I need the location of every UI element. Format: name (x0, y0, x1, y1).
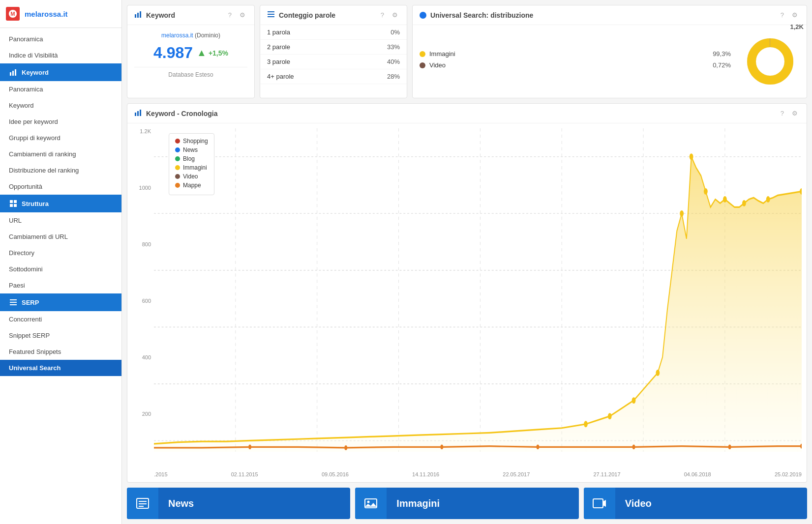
chart-title: Keyword - Cronologia (146, 110, 775, 117)
immagini-dot (420, 51, 425, 57)
image-icon-box (355, 488, 387, 519)
svg-point-61 (367, 501, 370, 503)
sidebar: M melarossa.it Panoramica Indice di Visi… (0, 0, 122, 524)
us-help-btn[interactable]: ? (779, 10, 786, 20)
legend-item-mappe: Mappe (175, 182, 208, 189)
sidebar-item-directory[interactable]: Directory (0, 245, 121, 261)
legend-item-video: Video (175, 173, 208, 180)
svg-point-52 (537, 444, 540, 449)
bottom-card-video[interactable]: Video (584, 488, 807, 519)
chart-body: 1.2K 1000 800 600 400 200 (127, 123, 807, 482)
sidebar-item-featured[interactable]: Featured Snippets (0, 344, 121, 360)
keyword-card-header: Keyword ? ⚙ (127, 5, 254, 25)
wordcount-card: Conteggio parole ? ⚙ 1 parola0% 2 parole… (260, 5, 407, 98)
bottom-card-news[interactable]: News (127, 488, 350, 519)
svg-point-47 (766, 196, 770, 203)
chart-section: Keyword - Cronologia ? ⚙ 1.2K 1000 800 6… (127, 103, 807, 483)
list-icon (267, 10, 275, 20)
shopping-dot (175, 139, 180, 144)
chart-area: 1.2K 1000 800 600 400 200 (132, 128, 802, 477)
svg-point-21 (756, 48, 784, 75)
chart-card: Keyword - Cronologia ? ⚙ 1.2K 1000 800 6… (127, 103, 807, 483)
wc-help-btn[interactable]: ? (379, 10, 386, 20)
svg-rect-13 (137, 13, 139, 18)
keyword-trend: ▲ +1,5% (197, 47, 228, 58)
us-legend: Immagini 99,3% Video 0,72% (420, 50, 731, 73)
svg-point-40 (632, 397, 636, 404)
svg-rect-12 (135, 14, 136, 18)
keyword-help-btn[interactable]: ? (226, 10, 234, 20)
donut-label: 1,2K (790, 23, 804, 30)
sidebar-item-snippet[interactable]: Snippet SERP (0, 327, 121, 344)
sidebar-item-panoramica-top[interactable]: Panoramica (0, 31, 121, 47)
trend-pct: +1,5% (209, 49, 228, 57)
svg-point-43 (690, 153, 693, 160)
wordcount-header: Conteggio parole ? ⚙ (260, 5, 407, 25)
us-legend-item-immagini: Immagini 99,3% (420, 50, 731, 58)
sidebar-item-cambiamenti[interactable]: Cambiamenti di ranking (0, 146, 121, 162)
sidebar-item-keyword[interactable]: Keyword (0, 97, 121, 114)
universal-dot (420, 12, 426, 19)
sidebar-item-universal[interactable]: Universal Search (0, 360, 121, 376)
chart-x-axis: .2015 02.11.2015 09.05.2016 14.11.2016 2… (154, 469, 802, 477)
video-icon-box (584, 488, 615, 519)
menu-icon (9, 298, 18, 307)
us-legend-item-video: Video 0,72% (420, 61, 731, 69)
app-logo: M (6, 7, 20, 21)
bottom-card-immagini[interactable]: Immagini (355, 488, 578, 519)
svg-rect-23 (137, 111, 139, 116)
svg-point-45 (723, 196, 727, 203)
svg-rect-16 (268, 14, 274, 15)
sidebar-domain[interactable]: melarossa.it (25, 10, 68, 18)
keyword-settings-btn[interactable]: ⚙ (238, 10, 247, 20)
chart-header: Keyword - Cronologia ? ⚙ (127, 104, 807, 123)
sidebar-item-opportunita[interactable]: Opportunità (0, 178, 121, 195)
svg-point-46 (742, 200, 746, 206)
keyword-card-body: melarossa.it (Dominio) 4.987 ▲ +1,5% Dat… (127, 25, 254, 85)
donut-chart: 1,2K (741, 32, 800, 91)
svg-rect-4 (15, 69, 16, 76)
sidebar-nav: Panoramica Indice di Visibilità Keyword … (0, 28, 121, 524)
table-row: 4+ parole28% (260, 69, 407, 84)
svg-rect-6 (14, 200, 17, 203)
sidebar-item-sottodomini[interactable]: Sottodomini (0, 261, 121, 277)
db-label: Database Esteso (134, 67, 247, 78)
sidebar-section-struttura[interactable]: Struttura (0, 195, 121, 212)
table-row: 3 parole40% (260, 55, 407, 69)
wc-settings-btn[interactable]: ⚙ (390, 10, 400, 20)
sidebar-section-keyword[interactable]: Keyword (0, 63, 121, 81)
trend-up-icon: ▲ (197, 47, 207, 58)
svg-point-51 (440, 444, 443, 449)
sidebar-item-cambiamenti-url[interactable]: Cambiamenti di URL (0, 229, 121, 245)
sidebar-item-idee[interactable]: Idee per keyword (0, 114, 121, 130)
svg-rect-15 (268, 11, 274, 12)
chart-help-btn[interactable]: ? (779, 109, 786, 118)
universal-header: Universal Search: distribuzione ? ⚙ (413, 5, 807, 25)
video-dot (420, 62, 425, 68)
immagini-chart-dot (175, 165, 180, 170)
sidebar-item-paesi[interactable]: Paesi (0, 277, 121, 293)
blog-dot (175, 156, 180, 161)
sidebar-item-concorrenti[interactable]: Concorrenti (0, 311, 121, 327)
sidebar-item-gruppi[interactable]: Gruppi di keyword (0, 130, 121, 146)
universal-title: Universal Search: distribuzione (430, 11, 775, 19)
legend-item-immagini: Immagini (175, 164, 208, 171)
video-label: Video (615, 498, 662, 509)
svg-point-50 (344, 445, 347, 450)
chart-settings-btn[interactable]: ⚙ (790, 109, 800, 118)
sidebar-item-indice[interactable]: Indice di Visibilità (0, 47, 121, 63)
sidebar-item-distribuzione[interactable]: Distribuzione del ranking (0, 162, 121, 178)
main-content: Keyword ? ⚙ melarossa.it (Dominio) 4.987… (122, 0, 812, 524)
svg-rect-7 (10, 204, 13, 207)
svg-rect-10 (10, 302, 17, 303)
svg-rect-58 (139, 503, 147, 504)
us-settings-btn[interactable]: ⚙ (790, 10, 800, 20)
svg-rect-22 (135, 113, 136, 116)
sidebar-item-url[interactable]: URL (0, 212, 121, 229)
svg-point-44 (704, 188, 708, 195)
sidebar-section-serp[interactable]: SERP (0, 293, 121, 311)
chart-icon (134, 109, 142, 118)
sidebar-item-panoramica-kw[interactable]: Panoramica (0, 81, 121, 97)
svg-point-53 (632, 444, 635, 449)
svg-rect-5 (10, 200, 13, 203)
